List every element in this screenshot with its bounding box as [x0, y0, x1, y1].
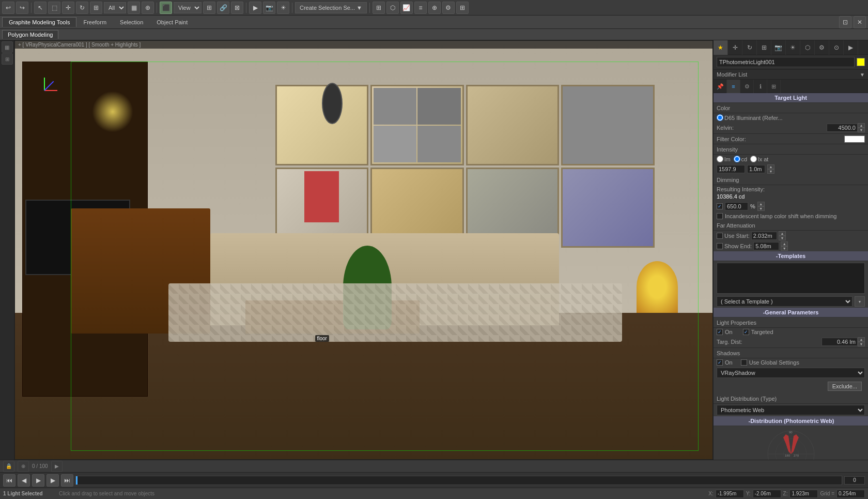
object-name-input[interactable] [717, 57, 855, 67]
viewport[interactable]: + [ VRayPhysicalCamera001 ] [ Smooth + H… [14, 40, 713, 460]
move-btn[interactable]: ✛ [62, 2, 74, 14]
intensity-down[interactable]: ▼ [767, 169, 774, 174]
kelvin-up[interactable]: ▲ [858, 123, 865, 128]
tab-selection[interactable]: Selection [113, 17, 150, 27]
x-coord-input[interactable] [716, 490, 744, 498]
dimming-up[interactable]: ▲ [757, 202, 765, 206]
timeline-play-btn[interactable]: ▶ [32, 474, 44, 487]
render-frame-btn[interactable]: 📷 [263, 2, 275, 14]
link-btn[interactable]: 🔗 [217, 2, 229, 14]
right-icon-motion[interactable]: ▶ [844, 40, 858, 55]
y-coord-input[interactable] [753, 490, 781, 498]
atten-end-input[interactable] [753, 242, 779, 250]
use-global-checkbox[interactable] [741, 359, 747, 366]
undo-btn[interactable]: ↩ [2, 2, 14, 14]
dist-photometric-header[interactable]: Distribution (Photometric Web) [714, 416, 868, 426]
lxat-radio[interactable] [750, 156, 757, 162]
select-btn[interactable]: ↖ [34, 2, 47, 14]
right-icon-star[interactable]: ★ [714, 40, 728, 55]
cd-radio[interactable] [734, 156, 740, 162]
snap-btn[interactable]: ⊕ [142, 2, 154, 14]
general-params-header[interactable]: General Parameters [714, 308, 868, 317]
exclude-btn[interactable]: Exclude... [828, 382, 862, 391]
targ-dist-input[interactable] [822, 338, 858, 346]
redo-btn[interactable]: ↪ [16, 2, 28, 14]
left-icon-2[interactable]: ⊞ [2, 53, 13, 65]
material-btn[interactable]: ⬡ [386, 2, 399, 14]
render-prod-btn[interactable]: ☀ [277, 2, 289, 14]
right-icon-rotate[interactable]: ↻ [742, 40, 757, 55]
tab-freeform[interactable]: Freeform [76, 17, 113, 27]
dimming-pct-input[interactable] [725, 202, 748, 210]
light-dist-dropdown[interactable]: Photometric Web [717, 405, 865, 415]
right-icon-light[interactable]: ☀ [786, 40, 800, 55]
tab-graphite[interactable]: Graphite Modeling Tools [2, 17, 76, 27]
grid-input[interactable] [836, 490, 865, 498]
psub-list[interactable]: ≡ [727, 80, 740, 93]
right-icon-util[interactable]: ⚙ [815, 40, 829, 55]
timeline-frame-input[interactable] [844, 476, 865, 485]
layers-btn[interactable]: ≡ [414, 2, 427, 14]
left-icon-1[interactable]: ▦ [2, 41, 13, 53]
timeline-bar[interactable] [75, 476, 842, 485]
targeted-checkbox[interactable]: ✓ [743, 329, 749, 335]
color-d65-radio[interactable] [717, 114, 723, 121]
rotate-btn[interactable]: ↻ [76, 2, 88, 14]
atten-end-down[interactable]: ▼ [781, 246, 788, 251]
dimming-checkbox[interactable]: ✓ [717, 203, 723, 209]
tools1-btn[interactable]: ⚙ [442, 2, 455, 14]
bottom-icon-2[interactable]: ⊕ [18, 461, 29, 472]
target-light-header[interactable]: Target Light [714, 93, 868, 103]
timeline-end-btn[interactable]: ⏭ [61, 474, 73, 487]
bottom-icon-1[interactable]: 🔒 [3, 461, 14, 472]
menu-extra-btn[interactable]: ⊡ [839, 16, 851, 28]
template-dropdown[interactable]: ( Select a Template ) [717, 296, 853, 307]
atten-start-down[interactable]: ▼ [779, 236, 786, 240]
psub-settings[interactable]: ⚙ [740, 80, 754, 93]
ref-coord-btn[interactable]: ⊞ [203, 2, 215, 14]
dimming-down[interactable]: ▼ [757, 206, 765, 211]
targ-dist-up[interactable]: ▲ [858, 337, 865, 342]
bottom-icon-3[interactable]: ▶ [51, 461, 63, 472]
right-icon-camera[interactable]: 📷 [771, 40, 786, 55]
unlink-btn[interactable]: ⊠ [231, 2, 243, 14]
template-expand-btn[interactable]: ▼ [855, 296, 865, 307]
timeline-prev-btn[interactable]: ◀ [18, 474, 30, 487]
right-icon-move[interactable]: ✛ [728, 40, 742, 55]
select-filter-btn[interactable]: ▦ [128, 2, 140, 14]
cd-radio-item[interactable]: cd [734, 156, 748, 162]
kelvin-down[interactable]: ▼ [858, 128, 865, 132]
color-mode-radio[interactable]: D65 Illuminant (Refer... [717, 114, 783, 121]
lm-radio-item[interactable]: lm [717, 156, 731, 162]
psub-info[interactable]: ℹ [754, 80, 767, 93]
timeline-next-btn[interactable]: ▶ [47, 474, 59, 487]
tab-object-paint[interactable]: Object Paint [150, 17, 194, 27]
shadow-type-dropdown[interactable]: VRayShadow [717, 368, 865, 378]
view-dropdown[interactable]: View [174, 2, 202, 13]
psub-copy[interactable]: ⊞ [767, 80, 781, 93]
tab-polygon-modeling[interactable]: Polygon Modeling [2, 30, 58, 39]
on-checkbox[interactable]: ✓ [717, 329, 723, 335]
all-dropdown[interactable]: All [104, 2, 126, 13]
lm-radio[interactable] [717, 156, 723, 162]
right-icon-scale[interactable]: ⊞ [757, 40, 771, 55]
atten-start-input[interactable] [751, 232, 777, 240]
lxat-radio-item[interactable]: lx at [750, 156, 768, 162]
intensity-unit-input[interactable] [747, 165, 765, 173]
filter-color-swatch[interactable] [844, 135, 865, 143]
schematic-btn[interactable]: ⊞ [373, 2, 385, 14]
psub-pin[interactable]: 📌 [714, 80, 727, 93]
targ-dist-down[interactable]: ▼ [858, 342, 865, 346]
kelvin-input[interactable] [827, 124, 858, 132]
z-coord-input[interactable] [789, 490, 818, 498]
atten-start-up[interactable]: ▲ [779, 231, 786, 236]
xref-btn[interactable]: ⊕ [428, 2, 441, 14]
tools2-btn[interactable]: ⊞ [456, 2, 469, 14]
right-icon-display[interactable]: ⊙ [829, 40, 844, 55]
curve-btn[interactable]: 📈 [400, 2, 413, 14]
timeline-start-btn[interactable]: ⏮ [3, 474, 16, 487]
create-selection-btn[interactable]: Create Selection Se... ▼ [295, 2, 367, 13]
atten-show-checkbox[interactable] [717, 243, 723, 249]
render-btn[interactable]: ▶ [249, 2, 261, 14]
atten-use-checkbox[interactable] [717, 233, 723, 239]
